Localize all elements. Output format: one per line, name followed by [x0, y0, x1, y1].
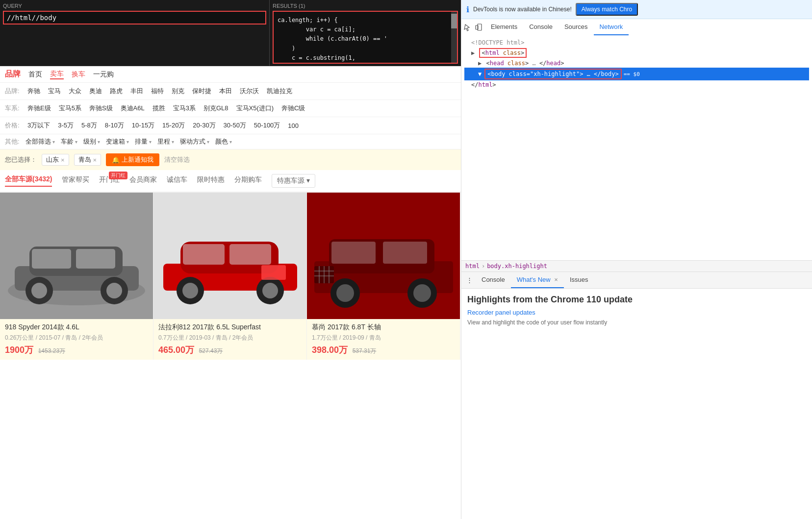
svg-rect-19 [261, 265, 286, 280]
expand-icon[interactable]: ▶ [471, 49, 475, 56]
car-meta: 1.7万公里 / 2019-09 / 青岛 [312, 334, 455, 342]
tab-installment[interactable]: 分期购车 [234, 175, 262, 186]
body-line[interactable]: ▼ <body class="xh-highlight"> … </body> … [464, 68, 809, 80]
nav-sell[interactable]: 换车 [72, 70, 85, 79]
price-item[interactable]: 3万以下 [27, 121, 50, 130]
clear-filter-button[interactable]: 清空筛选 [164, 155, 190, 164]
recorder-panel-link[interactable]: Recorder panel updates [467, 309, 806, 316]
whats-new-panel: Highlights from the Chrome 110 update Re… [461, 289, 812, 519]
brand-item[interactable]: 丰田 [130, 87, 143, 96]
head-line[interactable]: ▶ <head class> … </head> [464, 59, 809, 68]
tab-member[interactable]: 会员商家 [129, 175, 157, 186]
gearbox-dropdown[interactable]: 变速箱 ▾ [106, 137, 129, 146]
price-item[interactable]: 50-100万 [254, 121, 280, 130]
selected-label: 您已选择： [5, 155, 37, 164]
car-name: 慕尚 2017款 6.8T 长轴 [312, 323, 455, 332]
brand-item[interactable]: 路虎 [110, 87, 123, 96]
series-item[interactable]: 揽胜 [152, 104, 165, 113]
dots-menu[interactable]: ⋮ [463, 274, 476, 286]
svg-rect-9 [76, 249, 115, 269]
nav-trade[interactable]: 一元购 [93, 70, 114, 79]
tab-limited[interactable]: 限时特惠 [197, 175, 225, 186]
price-label: 价格: [5, 121, 20, 130]
price-item[interactable]: 3-5万 [58, 121, 74, 130]
series-item[interactable]: 宝马5系 [59, 104, 81, 113]
car-info: 法拉利812 2017款 6.5L Superfast 0.7万公里 / 201… [153, 319, 306, 360]
price-item[interactable]: 5-8万 [81, 121, 97, 130]
age-dropdown[interactable]: 车龄 ▾ [61, 137, 77, 146]
devtools-breadcrumb: html › body.xh-highlight [461, 260, 812, 272]
color-dropdown[interactable]: 颜色 ▾ [215, 137, 232, 146]
svg-rect-8 [32, 249, 71, 269]
series-item[interactable]: 奔驰C级 [281, 104, 305, 113]
drive-dropdown[interactable]: 驱动方式 ▾ [180, 137, 209, 146]
tab-elements[interactable]: Elements [485, 19, 523, 35]
svg-rect-17 [183, 244, 225, 265]
expand-icon[interactable]: ▼ [478, 71, 482, 77]
series-item[interactable]: 奔驰S级 [89, 104, 113, 113]
brand-item[interactable]: 福特 [151, 87, 164, 96]
html-line[interactable]: ▶ <html class> [464, 47, 809, 59]
tab-whats-new[interactable]: What's New × [511, 272, 564, 288]
svg-point-24 [336, 284, 354, 302]
tab-close-icon[interactable]: × [554, 276, 558, 283]
brand-item[interactable]: 奔驰 [27, 87, 40, 96]
brand-item[interactable]: 宝马 [48, 87, 61, 96]
price-filter-row: 价格: 3万以下 3-5万 5-8万 8-10万 10-15万 15-20万 2… [0, 117, 461, 134]
query-input[interactable]: //html//body [3, 11, 266, 25]
price-item[interactable]: 20-30万 [193, 121, 215, 130]
price-item[interactable]: 8-10万 [105, 121, 124, 130]
brand-item[interactable]: 沃尔沃 [240, 87, 259, 96]
price-item[interactable]: 100 [288, 122, 299, 129]
brand-item[interactable]: 凯迪拉克 [267, 87, 292, 96]
svg-point-5 [31, 283, 47, 298]
query-panel: QUERY //html//body [0, 0, 270, 66]
html-close-line[interactable]: </html> [464, 80, 809, 89]
displacement-dropdown[interactable]: 排量 ▾ [135, 137, 152, 146]
shandong-tag[interactable]: 山东 × [42, 154, 69, 166]
tab-honest[interactable]: 诚信车 [167, 175, 187, 186]
nav-used-cars[interactable]: 卖车 [50, 70, 64, 79]
price-item[interactable]: 30-50万 [224, 121, 246, 130]
price-item[interactable]: 15-20万 [162, 121, 185, 130]
mileage-dropdown[interactable]: 里程 ▾ [157, 137, 174, 146]
device-tool[interactable] [473, 22, 485, 33]
devtools-bottom-tabs: ⋮ Console What's New × Issues [461, 272, 812, 289]
car-price: 465.00万 [158, 345, 194, 355]
breadcrumb-html[interactable]: html [465, 263, 480, 270]
tab-console[interactable]: Console [523, 19, 558, 35]
series-item[interactable]: 别克GL8 [203, 104, 228, 113]
price-item[interactable]: 10-15万 [132, 121, 154, 130]
series-item[interactable]: 奔驰E级 [27, 104, 51, 113]
tab-sources[interactable]: Sources [558, 19, 594, 35]
tab-issues[interactable]: Issues [564, 272, 594, 288]
brand-item[interactable]: 奥迪 [89, 87, 102, 96]
tab-open-door[interactable]: 开门红 开门红 [99, 175, 120, 186]
expand-icon[interactable]: ▶ [478, 60, 482, 67]
series-item[interactable]: 宝马X5(进口) [236, 104, 274, 113]
cursor-tool[interactable] [461, 22, 473, 33]
svg-rect-18 [229, 244, 271, 265]
brand-item[interactable]: 别克 [172, 87, 184, 96]
car-silhouette [0, 193, 153, 319]
nav-home[interactable]: 首页 [28, 70, 42, 79]
tab-all-sources[interactable]: 全部车源(3432) [5, 175, 52, 187]
brand-item[interactable]: 本田 [219, 87, 232, 96]
brand-item[interactable]: 大众 [69, 87, 81, 96]
breadcrumb-body[interactable]: body.xh-highlight [487, 263, 547, 270]
svg-point-14 [182, 283, 198, 298]
tab-butler[interactable]: 管家帮买 [62, 175, 89, 186]
series-item[interactable]: 宝马3系 [173, 104, 196, 113]
car-silhouette [307, 193, 460, 319]
series-item[interactable]: 奥迪A6L [121, 104, 145, 113]
tab-network[interactable]: Network [594, 19, 629, 35]
results-scrollbar[interactable] [451, 12, 457, 63]
notify-button[interactable]: 🔔 上新通知我 [106, 153, 159, 166]
all-filter-dropdown[interactable]: 全部筛选 ▾ [25, 137, 55, 146]
brand-item[interactable]: 保时捷 [192, 87, 211, 96]
always-match-button[interactable]: Always match Chro [576, 3, 638, 16]
qingdao-tag[interactable]: 青岛 × [74, 154, 102, 166]
tab-console-bottom[interactable]: Console [476, 272, 511, 288]
level-dropdown[interactable]: 级别 ▾ [83, 137, 100, 146]
tab-special[interactable]: 特惠车源 ▾ [272, 174, 315, 188]
